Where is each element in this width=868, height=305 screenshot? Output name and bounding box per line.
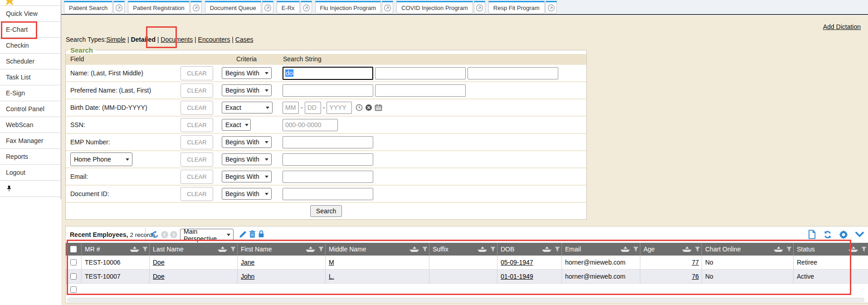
select-all-checkbox[interactable] (66, 243, 81, 256)
clear-document-id-button[interactable]: CLEAR (180, 187, 213, 201)
perspective-select[interactable]: Main Perspective (180, 229, 234, 241)
sidebar-item-fax-manager[interactable]: Fax Manager (0, 133, 61, 149)
sort-icon[interactable] (682, 246, 692, 252)
preferred-last-input[interactable] (283, 84, 373, 97)
birth-day-input[interactable] (305, 102, 321, 114)
popout-arrow-icon[interactable] (546, 1, 557, 14)
sort-icon[interactable] (774, 246, 783, 252)
dob-link[interactable]: 01-01-1949 (501, 273, 533, 280)
dob-link[interactable]: 05-09-1947 (501, 259, 533, 266)
search-type-simple[interactable]: Simple (106, 36, 126, 43)
clear-ssn-button[interactable]: CLEAR (180, 118, 213, 132)
sidebar-item-control-panel[interactable]: Control Panel (0, 101, 61, 117)
filter-funnel-icon[interactable] (142, 246, 148, 252)
filter-funnel-icon[interactable] (633, 246, 639, 252)
new-document-icon[interactable] (808, 230, 816, 239)
filter-funnel-icon[interactable] (861, 246, 867, 252)
popout-arrow-icon[interactable] (190, 1, 202, 14)
popout-arrow-icon[interactable] (382, 1, 393, 14)
first-name-link[interactable]: Jane (241, 259, 254, 266)
add-dictation-link[interactable]: Add Dictation (823, 23, 861, 30)
filter-funnel-icon[interactable] (555, 246, 560, 252)
clear-preferred-button[interactable]: CLEAR (180, 84, 213, 98)
sort-icon[interactable] (478, 246, 487, 252)
tab-document-queue-label[interactable]: Document Queue (205, 1, 261, 14)
filter-funnel-icon[interactable] (786, 246, 792, 252)
page-prev-icon[interactable] (161, 231, 168, 238)
undo-icon[interactable] (151, 231, 159, 239)
popout-arrow-icon[interactable] (301, 1, 312, 14)
collapse-chevron-down-icon[interactable] (855, 231, 864, 238)
preferred-criteria-select[interactable]: Begins With (222, 84, 272, 96)
sidebar-item-e-sign[interactable]: E-Sign (0, 85, 61, 101)
tab-covid-injection-program-label[interactable]: COVID Injection Program (396, 1, 473, 14)
phone-type-select[interactable]: Home Phone (70, 152, 132, 166)
tab-e-rx-label[interactable]: E-Rx (277, 1, 300, 14)
name-criteria-select[interactable]: Begins With (222, 67, 272, 79)
last-name-link[interactable]: Doe (153, 273, 165, 280)
age-link[interactable]: 77 (692, 259, 699, 266)
page-next-icon[interactable] (170, 231, 177, 238)
sort-icon[interactable] (620, 246, 630, 252)
name-last-input[interactable]: do (283, 67, 373, 80)
search-type-documents[interactable]: Documents (161, 36, 193, 43)
birth-date-criteria-select[interactable]: Exact (222, 102, 273, 113)
filter-funnel-icon[interactable] (230, 246, 236, 252)
filter-funnel-icon[interactable] (490, 246, 496, 252)
middle-name-link[interactable]: M (329, 259, 334, 266)
filter-funnel-icon[interactable] (695, 246, 700, 252)
phone-criteria-select[interactable]: Begins With (222, 153, 272, 165)
popout-arrow-icon[interactable] (262, 1, 273, 14)
age-link[interactable]: 76 (692, 273, 699, 280)
calendar-icon[interactable] (375, 104, 382, 111)
email-input[interactable] (283, 171, 373, 183)
name-first-input[interactable] (375, 67, 466, 79)
clear-phone-button[interactable]: CLEAR (180, 152, 213, 167)
phone-input[interactable] (283, 153, 373, 166)
document-id-input[interactable] (283, 188, 373, 200)
sidebar-item-e-chart[interactable]: E-Chart (0, 22, 61, 38)
tab-resp-fit-program-label[interactable]: Resp Fit Program (488, 1, 545, 14)
sort-icon[interactable] (542, 246, 551, 252)
emp-number-input[interactable] (283, 136, 373, 148)
sort-icon[interactable] (218, 246, 227, 252)
sidebar-item-task-list[interactable]: Task List (0, 69, 61, 85)
last-name-link[interactable]: Doe (153, 259, 165, 266)
gear-icon[interactable] (839, 230, 848, 239)
sidebar-item-reports[interactable]: Reports (0, 149, 61, 165)
row-checkbox[interactable] (66, 270, 81, 283)
ssn-criteria-select[interactable]: Exact (222, 119, 251, 131)
emp-criteria-select[interactable]: Begins With (222, 136, 272, 148)
sidebar-item-checkin[interactable]: Checkin (0, 38, 61, 54)
pencil-icon[interactable] (239, 231, 247, 238)
sort-icon[interactable] (848, 246, 858, 252)
sort-icon[interactable] (410, 246, 419, 252)
search-type-encounters[interactable]: Encounters (198, 36, 230, 43)
email-criteria-select[interactable]: Begins With (222, 171, 272, 182)
tab-patient-registration-label[interactable]: Patient Registration (128, 1, 189, 14)
sidebar-item-scheduler[interactable]: Scheduler (0, 54, 61, 69)
sidebar-item-logout[interactable]: Logout (0, 165, 61, 181)
row-checkbox[interactable] (66, 256, 81, 269)
search-type-detailed[interactable]: Detailed (131, 36, 155, 43)
trash-icon[interactable] (249, 230, 256, 238)
filter-funnel-icon[interactable] (318, 246, 324, 252)
clear-emp-button[interactable]: CLEAR (180, 135, 213, 149)
preferred-first-input[interactable] (375, 84, 466, 97)
document-id-criteria-select[interactable]: Begins With (222, 188, 272, 200)
filter-funnel-icon[interactable] (422, 246, 428, 252)
search-type-cases[interactable]: Cases (235, 36, 254, 43)
search-button[interactable]: Search (310, 205, 342, 217)
tab-flu-injection-program-label[interactable]: Flu Injection Program (315, 1, 381, 14)
ssn-input[interactable] (283, 119, 338, 131)
clock-icon[interactable] (356, 104, 363, 111)
name-middle-input[interactable] (468, 67, 558, 79)
first-name-link[interactable]: John (241, 273, 254, 280)
birth-month-input[interactable] (283, 102, 299, 114)
popout-arrow-icon[interactable] (113, 1, 125, 14)
popout-arrow-icon[interactable] (474, 1, 485, 14)
middle-name-link[interactable]: L. (329, 273, 334, 280)
tab-patient-search-label[interactable]: Patient Search (64, 1, 112, 14)
refresh-icon[interactable] (823, 230, 832, 239)
horizontal-scrollbar[interactable] (67, 298, 864, 302)
